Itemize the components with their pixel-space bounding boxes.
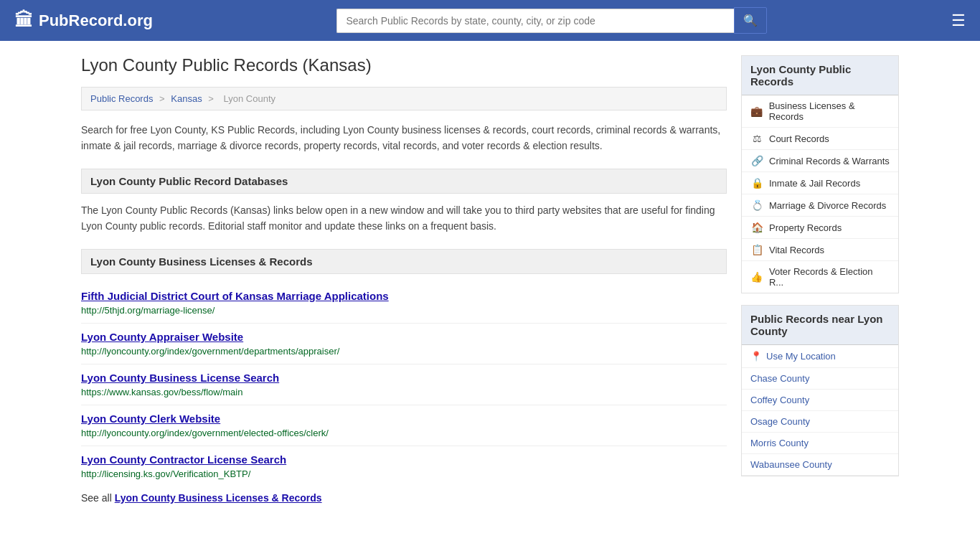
record-title[interactable]: Lyon County Contractor License Search xyxy=(81,453,727,466)
content-area: Lyon County Public Records (Kansas) Publ… xyxy=(81,55,727,504)
public-records-box: Lyon County Public Records 💼 Business Li… xyxy=(741,55,899,293)
use-location[interactable]: 📍 Use My Location xyxy=(742,345,898,368)
sidebar-record-item[interactable]: 👍 Voter Records & Election R... xyxy=(742,261,898,293)
see-all-text: See all xyxy=(81,492,112,504)
record-url: https://www.kansas.gov/bess/flow/main xyxy=(81,387,242,397)
sidebar-record-label: Court Records xyxy=(769,133,829,144)
records-list: Fifth Judicial District Court of Kansas … xyxy=(81,283,727,486)
sidebar-record-icon: 🏠 xyxy=(750,222,763,233)
search-button[interactable]: 🔍 xyxy=(734,7,767,34)
nearby-county[interactable]: Coffey County xyxy=(742,390,898,411)
sidebar-record-icon: ⚖ xyxy=(750,133,763,144)
sidebar-record-label: Marriage & Divorce Records xyxy=(769,200,886,211)
sidebar-record-icon: 📋 xyxy=(750,244,763,255)
record-url: http://lyoncounty.org/index/government/d… xyxy=(81,346,339,357)
main-container: Lyon County Public Records (Kansas) Publ… xyxy=(67,41,913,518)
record-entry: Lyon County Appraiser Website http://lyo… xyxy=(81,324,727,364)
search-icon: 🔍 xyxy=(743,14,758,27)
sidebar-records-items: 💼 Business Licenses & Records ⚖ Court Re… xyxy=(742,95,898,293)
sidebar: Lyon County Public Records 💼 Business Li… xyxy=(741,55,899,504)
sidebar-record-icon: 🔗 xyxy=(750,155,763,166)
nearby-header: Public Records near Lyon County xyxy=(742,306,898,345)
nearby-county[interactable]: Chase County xyxy=(742,368,898,390)
record-title[interactable]: Lyon County Appraiser Website xyxy=(81,331,727,343)
use-location-label: Use My Location xyxy=(766,351,836,362)
record-url: http://5thjd.org/marriage-license/ xyxy=(81,305,215,316)
record-title[interactable]: Lyon County Business License Search xyxy=(81,372,727,384)
sidebar-record-item[interactable]: 💍 Marriage & Divorce Records xyxy=(742,194,898,217)
logo-icon: 🏛 xyxy=(14,9,33,32)
see-all-link[interactable]: Lyon County Business Licenses & Records xyxy=(115,492,322,504)
record-entry: Lyon County Business License Search http… xyxy=(81,364,727,405)
public-records-header: Lyon County Public Records xyxy=(742,56,898,95)
record-entry: Lyon County Clerk Website http://lyoncou… xyxy=(81,405,727,446)
breadcrumb-sep-2: > xyxy=(208,93,216,104)
search-area: 🔍 xyxy=(336,7,767,34)
search-input[interactable] xyxy=(336,9,734,33)
databases-text: The Lyon County Public Records (Kansas) … xyxy=(81,202,727,235)
sidebar-record-label: Voter Records & Election R... xyxy=(769,266,890,288)
sidebar-record-label: Criminal Records & Warrants xyxy=(769,156,890,166)
sidebar-record-item[interactable]: 💼 Business Licenses & Records xyxy=(742,95,898,128)
sidebar-record-icon: 💼 xyxy=(750,105,763,117)
record-url: http://lyoncounty.org/index/government/e… xyxy=(81,428,329,438)
breadcrumb-lyon: Lyon County xyxy=(224,93,276,104)
sidebar-record-item[interactable]: 🔒 Inmate & Jail Records xyxy=(742,172,898,194)
breadcrumb-kansas[interactable]: Kansas xyxy=(171,93,202,104)
breadcrumb-public-records[interactable]: Public Records xyxy=(90,93,153,104)
location-icon: 📍 xyxy=(750,351,762,362)
sidebar-record-icon: 🔒 xyxy=(750,177,763,189)
sidebar-record-label: Vital Records xyxy=(769,245,824,255)
breadcrumb-sep-1: > xyxy=(159,93,167,104)
record-entry: Lyon County Contractor License Search ht… xyxy=(81,446,727,486)
logo-text: PubRecord.org xyxy=(39,11,153,30)
nearby-county[interactable]: Morris County xyxy=(742,433,898,454)
sidebar-record-item[interactable]: ⚖ Court Records xyxy=(742,128,898,150)
record-url: http://licensing.ks.gov/Verification_KBT… xyxy=(81,468,250,479)
breadcrumb: Public Records > Kansas > Lyon County xyxy=(81,87,727,110)
business-section-header: Lyon County Business Licenses & Records xyxy=(81,249,727,274)
site-header: 🏛 PubRecord.org 🔍 ☰ xyxy=(0,0,980,41)
nearby-counties: Chase CountyCoffey CountyOsage CountyMor… xyxy=(742,368,898,476)
nearby-box: Public Records near Lyon County 📍 Use My… xyxy=(741,305,899,476)
page-title: Lyon County Public Records (Kansas) xyxy=(81,55,727,75)
sidebar-record-label: Business Licenses & Records xyxy=(769,100,890,122)
record-entry: Fifth Judicial District Court of Kansas … xyxy=(81,283,727,324)
record-title[interactable]: Fifth Judicial District Court of Kansas … xyxy=(81,290,727,302)
nearby-county[interactable]: Osage County xyxy=(742,411,898,433)
sidebar-record-label: Inmate & Jail Records xyxy=(769,178,860,189)
databases-section-header: Lyon County Public Record Databases xyxy=(81,169,727,194)
menu-icon[interactable]: ☰ xyxy=(951,11,966,30)
sidebar-record-icon: 💍 xyxy=(750,199,763,211)
sidebar-record-item[interactable]: 📋 Vital Records xyxy=(742,239,898,261)
record-title[interactable]: Lyon County Clerk Website xyxy=(81,413,727,425)
nearby-county[interactable]: Wabaunsee County xyxy=(742,454,898,476)
logo[interactable]: 🏛 PubRecord.org xyxy=(14,9,153,32)
intro-text: Search for free Lyon County, KS Public R… xyxy=(81,122,727,154)
sidebar-record-item[interactable]: 🏠 Property Records xyxy=(742,217,898,239)
see-all: See all Lyon County Business Licenses & … xyxy=(81,492,727,504)
sidebar-record-icon: 👍 xyxy=(750,271,763,283)
sidebar-record-label: Property Records xyxy=(769,222,842,233)
sidebar-record-item[interactable]: 🔗 Criminal Records & Warrants xyxy=(742,150,898,172)
